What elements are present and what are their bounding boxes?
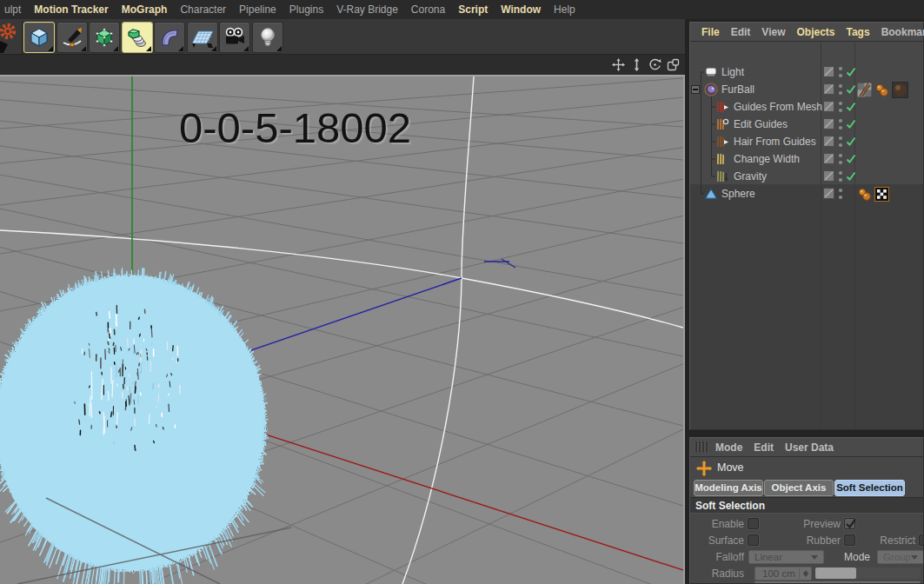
menu-item-edit[interactable]: Edit	[731, 26, 751, 38]
cube-primitive-button[interactable]	[23, 22, 55, 53]
menu-item-mode[interactable]: Mode	[715, 441, 742, 454]
floor-grid-button[interactable]	[187, 22, 218, 53]
menu-item-window[interactable]: Window	[498, 2, 543, 17]
maximize-view-icon[interactable]	[667, 58, 680, 71]
object-label[interactable]: Light	[721, 66, 744, 78]
tab-soft-selection[interactable]: Soft Selection	[834, 480, 905, 496]
layer-toggle[interactable]	[823, 136, 834, 149]
subdivision-surface-button[interactable]	[89, 22, 120, 53]
object-label[interactable]: Guides From Mesh	[734, 101, 822, 113]
object-tree[interactable]: LightFurBallGuides From MeshEdit GuidesH…	[690, 42, 923, 429]
layer-toggle[interactable]	[823, 118, 834, 132]
bend-deformer-button[interactable]	[154, 22, 185, 53]
pan-icon[interactable]	[612, 58, 625, 71]
rubber-checkbox[interactable]	[844, 534, 855, 546]
menu-item-view[interactable]: View	[761, 26, 785, 38]
menu-item-plugins[interactable]: Plugins	[287, 2, 326, 17]
panel-grip-handle[interactable]	[695, 441, 708, 453]
menu-item-corona[interactable]: Corona	[409, 2, 448, 17]
surface-checkbox[interactable]	[748, 534, 759, 546]
menu-item-user-data[interactable]: User Data	[785, 441, 834, 454]
object-label[interactable]: FurBall	[721, 83, 754, 96]
object-row-light[interactable]: Light	[690, 63, 923, 81]
enabled-check-icon[interactable]	[846, 84, 856, 97]
menu-item-mograph[interactable]: MoGraph	[119, 2, 170, 17]
object-row-furball[interactable]: FurBall	[690, 81, 923, 98]
menu-item-motion-tracker[interactable]: Motion Tracker	[31, 2, 110, 17]
rotate-view-icon[interactable]	[648, 58, 661, 71]
enabled-check-icon[interactable]	[846, 67, 856, 80]
uvw-tag[interactable]	[874, 187, 889, 204]
tab-modeling-axis[interactable]: Modeling Axis	[694, 480, 763, 496]
menu-item-bookmarks[interactable]: Bookmarks	[881, 26, 924, 38]
preview-checkbox[interactable]	[844, 518, 855, 529]
main-menubar: ulptMotion TrackerMoGraphCharacterPipeli…	[0, 0, 924, 19]
phong-tag[interactable]	[857, 187, 872, 204]
bend-deformer-icon	[158, 26, 181, 49]
dolly-icon[interactable]	[630, 58, 643, 71]
radius-spinner[interactable]: 100 cm	[754, 567, 812, 581]
visibility-dots[interactable]	[837, 65, 844, 82]
object-row-change-width[interactable]: Change Width	[690, 150, 923, 168]
restrict-checkbox[interactable]	[919, 534, 924, 546]
layer-toggle[interactable]	[823, 83, 834, 97]
layer-toggle[interactable]	[823, 170, 834, 184]
spin-down-icon[interactable]	[803, 574, 808, 577]
section-header[interactable]: Soft Selection	[690, 497, 924, 514]
visibility-dots[interactable]	[837, 187, 844, 203]
enabled-check-icon[interactable]	[846, 119, 856, 132]
menu-item-edit[interactable]: Edit	[754, 441, 774, 454]
viewport-header[interactable]	[0, 55, 685, 75]
visibility-dots[interactable]	[837, 152, 844, 169]
visibility-dots[interactable]	[837, 100, 844, 116]
layer-toggle[interactable]	[823, 153, 834, 167]
menu-item-ulpt[interactable]: ulpt	[2, 2, 23, 17]
object-row-hair-from-guides[interactable]: Hair From Guides	[690, 133, 923, 150]
hair-material-tag[interactable]	[857, 83, 872, 100]
sculpt-gear-icon[interactable]	[0, 22, 21, 54]
spline-pen-button[interactable]	[57, 22, 88, 53]
enabled-check-icon[interactable]	[846, 102, 856, 115]
falloff-dropdown[interactable]: Linear	[748, 550, 824, 564]
light-button[interactable]	[252, 22, 283, 53]
array-clone-button[interactable]	[122, 22, 153, 53]
object-row-sphere[interactable]: Sphere	[690, 185, 923, 202]
object-row-gravity[interactable]: Gravity	[690, 168, 923, 185]
enabled-check-icon[interactable]	[846, 171, 856, 184]
visibility-dots[interactable]	[837, 135, 844, 151]
enabled-check-icon[interactable]	[846, 154, 856, 167]
enabled-check-icon[interactable]	[846, 136, 856, 149]
menu-item-pipeline[interactable]: Pipeline	[236, 2, 279, 17]
object-label[interactable]: Hair From Guides	[734, 136, 816, 148]
camera-button[interactable]	[219, 22, 250, 53]
layer-toggle[interactable]	[823, 101, 834, 115]
mode-dropdown[interactable]: Group	[877, 550, 924, 564]
tab-object-axis[interactable]: Object Axis	[764, 480, 834, 496]
object-label[interactable]: Edit Guides	[734, 118, 788, 130]
object-label[interactable]: Gravity	[734, 170, 767, 182]
visibility-dots[interactable]	[837, 169, 844, 186]
visibility-dots[interactable]	[837, 117, 844, 134]
object-label[interactable]: Change Width	[734, 153, 800, 165]
menu-item-character[interactable]: Character	[177, 2, 229, 17]
visibility-dots[interactable]	[837, 83, 844, 99]
floor-grid-icon	[191, 26, 214, 49]
layer-toggle[interactable]	[823, 188, 834, 202]
layer-toggle[interactable]	[823, 66, 834, 80]
menu-item-tags[interactable]: Tags	[847, 26, 870, 38]
expand-toggle[interactable]	[691, 85, 700, 94]
object-row-guides-from-mesh[interactable]: Guides From Mesh	[690, 98, 923, 116]
enable-checkbox[interactable]	[748, 518, 759, 529]
chevron-down-icon	[911, 555, 918, 560]
slider-handle[interactable]	[815, 567, 856, 579]
menu-item-objects[interactable]: Objects	[796, 26, 834, 38]
object-label[interactable]: Sphere	[721, 188, 755, 200]
menu-item-script[interactable]: Script	[455, 2, 490, 17]
phong-tag[interactable]	[874, 83, 889, 100]
viewport-canvas[interactable]: 0-0-5-18002 0-0-5-18002	[0, 76, 683, 584]
menu-item-help[interactable]: Help	[551, 2, 578, 17]
menu-item-v-ray-bridge[interactable]: V-Ray Bridge	[334, 2, 401, 17]
object-row-edit-guides[interactable]: Edit Guides	[690, 116, 923, 133]
menu-item-file[interactable]: File	[701, 26, 720, 38]
radius-slider[interactable]	[815, 567, 921, 579]
